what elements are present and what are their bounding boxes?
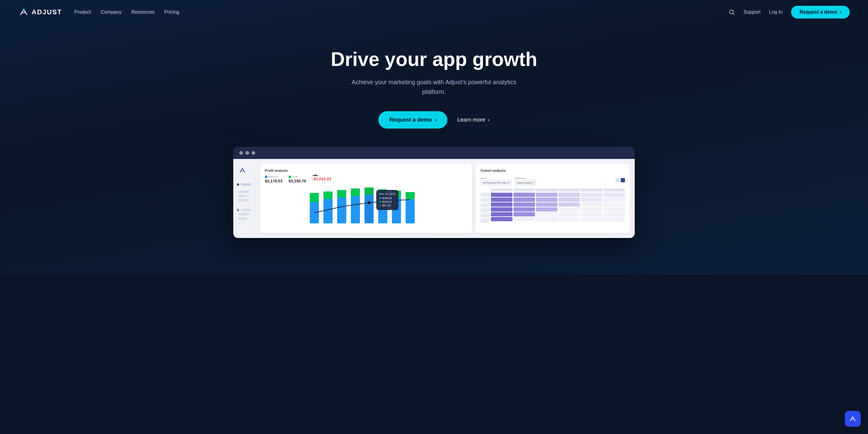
logo-icon	[18, 7, 29, 18]
svg-point-0	[23, 8, 24, 10]
hero-subtitle: Achieve your marketing goals with Adjust…	[343, 77, 525, 97]
svg-rect-4	[310, 193, 319, 202]
svg-rect-16	[392, 191, 401, 198]
svg-rect-14	[378, 189, 388, 196]
cohort-col-4	[558, 189, 580, 223]
cohort-label-5	[480, 213, 490, 218]
sidebar-logo-icon	[238, 166, 247, 175]
metric-loss: -$1,012.23	[312, 175, 331, 183]
svg-line-2	[733, 13, 735, 15]
cohort-grid-view[interactable]	[621, 178, 625, 182]
svg-rect-11	[365, 195, 374, 223]
svg-rect-12	[365, 188, 374, 195]
app-sidebar	[233, 159, 255, 238]
nav-login-link[interactable]: Log In	[769, 9, 782, 15]
nav-link-pricing[interactable]: Pricing	[164, 9, 179, 14]
bar-chart: Mar 15, 2022 $360.41 $263.17	[265, 187, 467, 226]
hero-section: Drive your app growth Achieve your marke…	[0, 24, 868, 147]
profit-analysis-title: Profit analysis	[265, 169, 467, 172]
cohort-analysis-panel: Cohort analysis Metric All Revenue Per U…	[476, 164, 630, 233]
metric-revenue: Revenue $2,178.53	[265, 175, 283, 183]
chat-widget-icon	[848, 414, 857, 423]
logo-text: ADJUST	[32, 8, 62, 16]
sidebar-bar-4	[238, 199, 249, 201]
cohort-label-6	[480, 219, 490, 223]
sidebar-bar-7	[238, 217, 247, 220]
cohort-col-2	[514, 189, 535, 223]
profit-analysis-panel: Profit analysis Revenue $2,178.53	[260, 164, 472, 233]
cohort-col-3	[536, 189, 557, 223]
sidebar-bar-1	[241, 183, 251, 186]
browser-topbar	[233, 147, 635, 159]
sidebar-section-2	[237, 209, 251, 220]
svg-point-1	[729, 10, 733, 14]
hero-learn-more-button[interactable]: Learn more ›	[457, 117, 489, 123]
cohort-label-1	[480, 193, 490, 197]
cohort-controls: Metric All Revenue Per User ▾ Dimension	[480, 175, 625, 186]
search-icon[interactable]	[728, 9, 735, 15]
cohort-dimension-label: Dimension	[514, 177, 526, 179]
main-nav: ADJUST Product Company Resources Pricing…	[0, 0, 868, 24]
sidebar-item-1	[237, 183, 251, 186]
metric-blue-dot	[265, 176, 267, 178]
cohort-grid	[480, 189, 625, 223]
app-main: Profit analysis Revenue $2,178.53	[255, 159, 635, 238]
metric-profit: Profit $3,190.76	[289, 175, 306, 183]
svg-rect-7	[337, 198, 346, 223]
metric-line-dot	[312, 175, 318, 176]
svg-rect-8	[337, 190, 346, 198]
svg-rect-9	[351, 196, 360, 223]
metric-profit-value: $3,190.76	[289, 179, 306, 183]
svg-point-19	[368, 201, 371, 204]
nav-link-product[interactable]: Product	[74, 9, 91, 14]
browser-dot-1	[239, 151, 243, 155]
cohort-label-3	[480, 203, 490, 207]
browser-window: Profit analysis Revenue $2,178.53	[233, 147, 635, 238]
nav-link-company[interactable]: Company	[101, 9, 121, 14]
sidebar-bars-2	[238, 213, 251, 220]
nav-links: Product Company Resources Pricing	[74, 9, 179, 15]
cohort-label-2	[480, 198, 490, 202]
hero-demo-button[interactable]: Request a demo ›	[378, 111, 447, 129]
cohort-metric-label: Metric	[480, 177, 487, 179]
hero-title: Drive your app growth	[331, 48, 537, 70]
nav-support-link[interactable]: Support	[744, 9, 761, 15]
svg-rect-5	[323, 199, 333, 223]
dashboard-preview: Profit analysis Revenue $2,178.53	[221, 147, 647, 238]
nav-left: ADJUST Product Company Resources Pricing	[18, 7, 179, 18]
svg-rect-15	[392, 198, 401, 223]
svg-rect-13	[378, 196, 388, 223]
bar-chart-svg	[265, 187, 467, 226]
cohort-title: Cohort analysis	[480, 169, 625, 172]
sidebar-logo	[237, 165, 248, 176]
nav-demo-button[interactable]: Request a demo ›	[791, 6, 850, 19]
browser-dot-3	[251, 151, 255, 155]
cohort-dimension-select[interactable]: Day of install ▾	[514, 180, 536, 186]
svg-rect-10	[351, 189, 360, 196]
svg-rect-17	[406, 199, 415, 223]
cohort-col-5	[581, 189, 602, 223]
cohort-label-4	[480, 208, 490, 212]
sidebar-bars	[238, 191, 251, 201]
cohort-col-1	[491, 189, 513, 223]
nav-right: Support Log In Request a demo ›	[728, 6, 850, 19]
nav-link-resources[interactable]: Resources	[131, 9, 155, 14]
cohort-data-columns	[491, 189, 625, 223]
hero-actions: Request a demo › Learn more ›	[378, 111, 489, 129]
browser-content: Profit analysis Revenue $2,178.53	[233, 159, 635, 238]
metric-green-dot	[289, 176, 291, 178]
sidebar-bar-5	[241, 209, 251, 211]
browser-dot-2	[245, 151, 249, 155]
sidebar-bar-2	[238, 191, 249, 193]
cohort-row-labels	[480, 193, 490, 223]
sidebar-active-dot	[237, 183, 239, 186]
metric-loss-value: -$1,012.23	[312, 176, 331, 181]
cohort-list-view[interactable]	[616, 178, 620, 182]
logo[interactable]: ADJUST	[18, 7, 62, 18]
chat-widget[interactable]	[845, 411, 861, 427]
cohort-metric-select[interactable]: All Revenue Per User ▾	[480, 180, 512, 186]
svg-rect-6	[323, 192, 333, 199]
svg-rect-18	[406, 192, 415, 199]
sidebar-bar-3	[238, 195, 247, 197]
sidebar-bar-6	[238, 213, 249, 215]
